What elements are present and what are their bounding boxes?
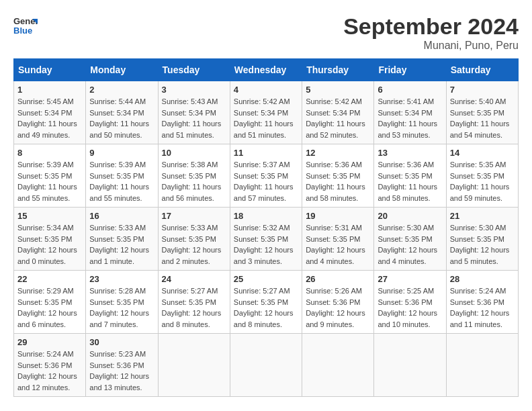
- calendar-week-row: 29 Sunrise: 5:24 AM Sunset: 5:36 PM Dayl…: [14, 334, 519, 397]
- page-header: General Blue September 2024 Munani, Puno…: [13, 13, 519, 52]
- calendar-cell: 1 Sunrise: 5:45 AM Sunset: 5:34 PM Dayli…: [14, 81, 86, 144]
- day-number: 12: [306, 148, 370, 158]
- col-friday: Friday: [374, 59, 446, 81]
- calendar-cell: [446, 334, 518, 397]
- day-info: Sunrise: 5:26 AM Sunset: 5:36 PM Dayligh…: [306, 285, 370, 330]
- day-number: 30: [89, 337, 154, 347]
- calendar-cell: 20 Sunrise: 5:30 AM Sunset: 5:35 PM Dayl…: [374, 208, 446, 271]
- logo-icon: General Blue: [13, 13, 38, 38]
- svg-text:General: General: [13, 16, 38, 26]
- day-info: Sunrise: 5:27 AM Sunset: 5:35 PM Dayligh…: [162, 285, 226, 330]
- calendar-cell: 4 Sunrise: 5:42 AM Sunset: 5:34 PM Dayli…: [230, 81, 302, 144]
- calendar-cell: 15 Sunrise: 5:34 AM Sunset: 5:35 PM Dayl…: [14, 208, 86, 271]
- calendar-cell: [158, 334, 230, 397]
- calendar-cell: 6 Sunrise: 5:41 AM Sunset: 5:34 PM Dayli…: [374, 81, 446, 144]
- day-info: Sunrise: 5:40 AM Sunset: 5:35 PM Dayligh…: [450, 96, 515, 140]
- day-number: 24: [162, 274, 226, 284]
- day-number: 17: [162, 211, 226, 221]
- day-number: 7: [450, 85, 515, 95]
- day-number: 19: [306, 211, 370, 221]
- calendar-cell: 9 Sunrise: 5:39 AM Sunset: 5:35 PM Dayli…: [86, 144, 158, 208]
- svg-text:Blue: Blue: [13, 26, 32, 36]
- day-number: 29: [17, 337, 82, 347]
- day-info: Sunrise: 5:41 AM Sunset: 5:34 PM Dayligh…: [378, 96, 442, 140]
- day-info: Sunrise: 5:23 AM Sunset: 5:36 PM Dayligh…: [89, 349, 154, 393]
- logo: General Blue: [13, 13, 42, 38]
- calendar-cell: 11 Sunrise: 5:37 AM Sunset: 5:35 PM Dayl…: [230, 144, 302, 208]
- calendar-cell: 21 Sunrise: 5:30 AM Sunset: 5:35 PM Dayl…: [446, 208, 518, 271]
- calendar-cell: 25 Sunrise: 5:27 AM Sunset: 5:35 PM Dayl…: [230, 271, 302, 334]
- calendar-header-row: Sunday Monday Tuesday Wednesday Thursday…: [14, 59, 519, 81]
- day-number: 10: [162, 148, 226, 158]
- calendar-cell: 12 Sunrise: 5:36 AM Sunset: 5:35 PM Dayl…: [302, 144, 374, 208]
- calendar-cell: 27 Sunrise: 5:25 AM Sunset: 5:36 PM Dayl…: [374, 271, 446, 334]
- day-number: 3: [162, 85, 226, 95]
- day-number: 20: [378, 211, 442, 221]
- day-info: Sunrise: 5:31 AM Sunset: 5:35 PM Dayligh…: [306, 222, 370, 267]
- title-area: September 2024 Munani, Puno, Peru: [343, 13, 519, 52]
- calendar-cell: 23 Sunrise: 5:28 AM Sunset: 5:35 PM Dayl…: [86, 271, 158, 334]
- day-number: 13: [378, 148, 442, 158]
- day-number: 15: [17, 211, 82, 221]
- col-monday: Monday: [86, 59, 158, 81]
- calendar-cell: 19 Sunrise: 5:31 AM Sunset: 5:35 PM Dayl…: [302, 208, 374, 271]
- day-info: Sunrise: 5:33 AM Sunset: 5:35 PM Dayligh…: [162, 222, 226, 267]
- day-info: Sunrise: 5:39 AM Sunset: 5:35 PM Dayligh…: [89, 159, 154, 203]
- month-title: September 2024: [343, 13, 519, 40]
- day-info: Sunrise: 5:30 AM Sunset: 5:35 PM Dayligh…: [378, 222, 442, 267]
- calendar-cell: 30 Sunrise: 5:23 AM Sunset: 5:36 PM Dayl…: [86, 334, 158, 397]
- day-info: Sunrise: 5:24 AM Sunset: 5:36 PM Dayligh…: [17, 349, 82, 393]
- day-number: 21: [450, 211, 515, 221]
- day-number: 5: [306, 85, 370, 95]
- calendar-cell: 2 Sunrise: 5:44 AM Sunset: 5:34 PM Dayli…: [86, 81, 158, 144]
- day-info: Sunrise: 5:44 AM Sunset: 5:34 PM Dayligh…: [89, 96, 154, 140]
- calendar-cell: [302, 334, 374, 397]
- day-info: Sunrise: 5:45 AM Sunset: 5:34 PM Dayligh…: [17, 96, 82, 140]
- calendar-cell: 24 Sunrise: 5:27 AM Sunset: 5:35 PM Dayl…: [158, 271, 230, 334]
- day-info: Sunrise: 5:36 AM Sunset: 5:35 PM Dayligh…: [306, 159, 370, 203]
- calendar-cell: 5 Sunrise: 5:42 AM Sunset: 5:34 PM Dayli…: [302, 81, 374, 144]
- calendar-cell: 17 Sunrise: 5:33 AM Sunset: 5:35 PM Dayl…: [158, 208, 230, 271]
- day-number: 28: [450, 274, 515, 284]
- day-info: Sunrise: 5:38 AM Sunset: 5:35 PM Dayligh…: [162, 159, 226, 203]
- day-info: Sunrise: 5:34 AM Sunset: 5:35 PM Dayligh…: [17, 222, 82, 267]
- calendar-cell: 16 Sunrise: 5:33 AM Sunset: 5:35 PM Dayl…: [86, 208, 158, 271]
- day-info: Sunrise: 5:27 AM Sunset: 5:35 PM Dayligh…: [234, 285, 298, 330]
- calendar-cell: [230, 334, 302, 397]
- calendar-cell: 13 Sunrise: 5:36 AM Sunset: 5:35 PM Dayl…: [374, 144, 446, 208]
- calendar-cell: 26 Sunrise: 5:26 AM Sunset: 5:36 PM Dayl…: [302, 271, 374, 334]
- day-number: 26: [306, 274, 370, 284]
- col-sunday: Sunday: [14, 59, 86, 81]
- day-info: Sunrise: 5:30 AM Sunset: 5:35 PM Dayligh…: [450, 222, 515, 267]
- calendar-cell: 8 Sunrise: 5:39 AM Sunset: 5:35 PM Dayli…: [14, 144, 86, 208]
- day-info: Sunrise: 5:25 AM Sunset: 5:36 PM Dayligh…: [378, 285, 442, 330]
- calendar-week-row: 22 Sunrise: 5:29 AM Sunset: 5:35 PM Dayl…: [14, 271, 519, 334]
- day-number: 2: [89, 85, 154, 95]
- day-info: Sunrise: 5:39 AM Sunset: 5:35 PM Dayligh…: [17, 159, 82, 203]
- calendar-cell: 28 Sunrise: 5:24 AM Sunset: 5:36 PM Dayl…: [446, 271, 518, 334]
- day-info: Sunrise: 5:28 AM Sunset: 5:35 PM Dayligh…: [89, 285, 154, 330]
- day-number: 1: [17, 85, 82, 95]
- calendar-cell: 18 Sunrise: 5:32 AM Sunset: 5:35 PM Dayl…: [230, 208, 302, 271]
- day-number: 22: [17, 274, 82, 284]
- day-info: Sunrise: 5:42 AM Sunset: 5:34 PM Dayligh…: [306, 96, 370, 140]
- calendar-cell: 3 Sunrise: 5:43 AM Sunset: 5:34 PM Dayli…: [158, 81, 230, 144]
- calendar-cell: 7 Sunrise: 5:40 AM Sunset: 5:35 PM Dayli…: [446, 81, 518, 144]
- calendar-cell: 14 Sunrise: 5:35 AM Sunset: 5:35 PM Dayl…: [446, 144, 518, 208]
- calendar-table: Sunday Monday Tuesday Wednesday Thursday…: [13, 58, 519, 397]
- day-info: Sunrise: 5:33 AM Sunset: 5:35 PM Dayligh…: [89, 222, 154, 267]
- day-number: 8: [17, 148, 82, 158]
- day-number: 6: [378, 85, 442, 95]
- day-number: 16: [89, 211, 154, 221]
- day-info: Sunrise: 5:43 AM Sunset: 5:34 PM Dayligh…: [162, 96, 226, 140]
- day-number: 27: [378, 274, 442, 284]
- col-thursday: Thursday: [302, 59, 374, 81]
- day-number: 18: [234, 211, 298, 221]
- calendar-week-row: 1 Sunrise: 5:45 AM Sunset: 5:34 PM Dayli…: [14, 81, 519, 144]
- day-number: 4: [234, 85, 298, 95]
- day-info: Sunrise: 5:35 AM Sunset: 5:35 PM Dayligh…: [450, 159, 515, 203]
- day-number: 14: [450, 148, 515, 158]
- day-number: 23: [89, 274, 154, 284]
- day-number: 9: [89, 148, 154, 158]
- day-info: Sunrise: 5:29 AM Sunset: 5:35 PM Dayligh…: [17, 285, 82, 330]
